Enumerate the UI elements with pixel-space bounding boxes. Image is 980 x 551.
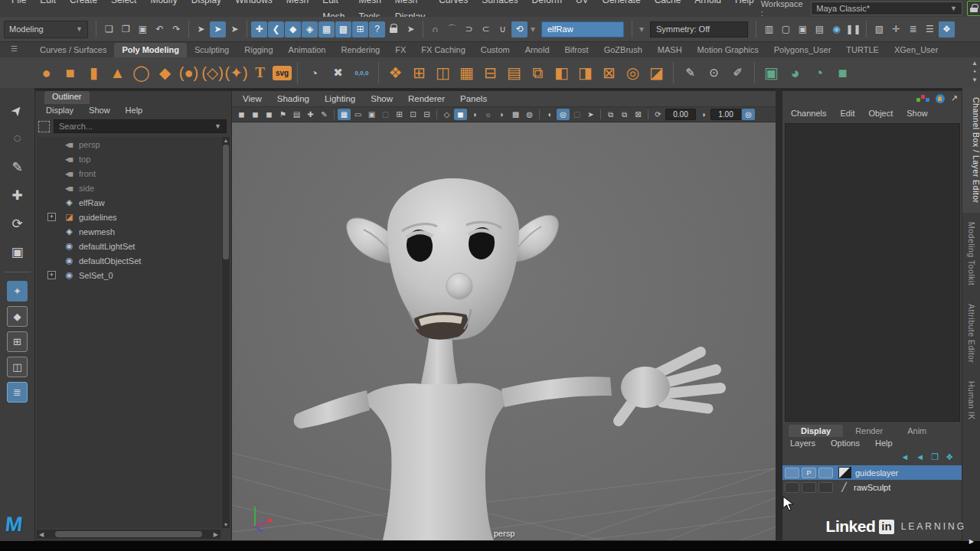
shelf-tab-custom[interactable]: Custom [473, 43, 518, 57]
empty-layer-icon[interactable]: ❒ [931, 452, 939, 462]
outliner-item-selset-0[interactable]: + ◉ SelSet_0 [37, 268, 221, 282]
extrude-icon[interactable]: ▤ [503, 61, 525, 84]
layer-visibility-toggle[interactable] [785, 482, 799, 493]
delete-history-icon[interactable]: ✖ [327, 61, 349, 84]
scrollbar-thumb[interactable] [223, 145, 229, 259]
grease-pencil-icon[interactable]: ✎ [318, 109, 331, 120]
safe-title-icon[interactable]: ⊟ [420, 109, 433, 120]
four-pane-layout-button[interactable]: ⊞ [7, 331, 28, 352]
rotate-tool-icon[interactable]: ⟳ [6, 212, 29, 235]
viewport-menu-shading[interactable]: Shading [270, 94, 317, 103]
gate-mask-icon[interactable]: ▢ [379, 109, 392, 120]
chevron-up-icon[interactable]: ▲ [972, 59, 978, 67]
graph-editor-icon[interactable]: ↗ [951, 93, 958, 103]
move-tool-icon[interactable]: ✚ [6, 184, 29, 207]
layer-menu-help[interactable]: Help [867, 437, 900, 450]
selected-layer-icon[interactable]: ❖ [946, 452, 953, 462]
outliner-item-front[interactable]: + ◂◼ front [37, 166, 221, 181]
snap-together-icon[interactable]: ⊞ [352, 21, 368, 37]
poly-torus-icon[interactable]: ◯ [130, 61, 152, 84]
outliner-item-defaultlightset[interactable]: + ◉ defaultLightSet [37, 239, 221, 253]
viewport-menu-show[interactable]: Show [363, 94, 400, 103]
snapshot-icon[interactable]: ⧉ [604, 109, 617, 120]
shadows-icon[interactable]: ◗ [495, 109, 508, 120]
layer-tab-display[interactable]: Display [789, 425, 843, 437]
xray-icon[interactable]: ◖ [543, 109, 556, 120]
arnold-renderview-icon[interactable]: ◉ [828, 21, 844, 37]
speed-gauge-icon[interactable] [936, 94, 945, 103]
channel-menu-show[interactable]: Show [900, 107, 935, 119]
relax-brush-icon[interactable]: ◕ [784, 61, 806, 84]
layer-row-rawsculpt[interactable]: ╱ rawSculpt [782, 480, 962, 494]
symmetry-select[interactable]: Symmetry: Off [650, 21, 748, 37]
snap-grid-icon[interactable]: ✚ [251, 21, 267, 37]
circularize-icon[interactable]: ◎ [622, 61, 644, 84]
outliner-item-elfraw[interactable]: + ◈ elfRaw [37, 195, 221, 210]
shelf-tab-animation[interactable]: Animation [281, 43, 334, 57]
poly-cone-icon[interactable]: ▲ [106, 61, 129, 84]
open-scene-icon[interactable]: ❐ [118, 21, 134, 37]
camera-attributes-icon[interactable]: ◼ [263, 109, 276, 120]
zero-transforms-icon[interactable]: 0,0,0 [351, 61, 373, 84]
outliner-item-side[interactable]: + ◂◼ side [37, 181, 221, 195]
viewport-menu-view[interactable]: View [235, 94, 270, 103]
shelf-tab-fx-caching[interactable]: FX Caching [413, 43, 472, 57]
layer-row-guideslayer[interactable]: P guideslayer [782, 465, 962, 480]
hypershade-icon[interactable]: ▧ [871, 21, 887, 37]
redo-icon[interactable]: ↷ [168, 21, 185, 37]
undo-icon[interactable]: ↶ [152, 21, 168, 37]
shelf-tab-xgen-user[interactable]: XGen_User [887, 43, 946, 57]
workspace-select[interactable]: Maya Classic* ▼ [811, 2, 962, 15]
poly-sphere-icon[interactable]: ● [35, 61, 57, 84]
ao-icon[interactable]: ▩ [509, 109, 522, 120]
shelf-tab-rendering[interactable]: Rendering [333, 43, 387, 57]
chevron-left-icon[interactable]: ◀ [37, 531, 46, 538]
falloff-volume-icon[interactable]: ⊃ [461, 21, 477, 37]
channel-menu-channels[interactable]: Channels [784, 107, 833, 119]
combine-icon[interactable]: ⊞ [408, 61, 430, 84]
layer-tab-anim[interactable]: Anim [895, 425, 939, 437]
measure-tool-icon[interactable]: ◔ [303, 61, 325, 84]
shelf-tab-fx[interactable]: FX [387, 43, 413, 57]
workspace-lock-icon[interactable] [967, 1, 980, 16]
image-plane-icon[interactable]: ▤ [290, 109, 303, 120]
menu-set-select[interactable]: Modeling ▼ [4, 21, 88, 38]
insert-edge-loop-icon[interactable]: ✐ [727, 61, 749, 84]
channel-menu-edit[interactable]: Edit [833, 107, 861, 119]
multi-pane-icon[interactable]: ⧉ [618, 109, 631, 120]
snap-point-icon[interactable]: ◆ [285, 21, 301, 37]
grid-options-icon[interactable]: ≣ [905, 21, 921, 37]
shelf-tab-turtle[interactable]: TURTLE [838, 43, 887, 57]
tweak-brush-icon[interactable]: ◔ [808, 61, 830, 84]
ipr-render-icon[interactable]: ▣ [795, 21, 811, 37]
symmetry-axis-icon[interactable]: ⟲ [511, 21, 528, 37]
layer-menu-options[interactable]: Options [823, 437, 867, 450]
outliner-menu-display[interactable]: Display [38, 104, 81, 116]
render-sequence-icon[interactable]: ▤ [812, 21, 828, 37]
xray-active-icon[interactable]: ◎ [557, 109, 570, 120]
isolate-select-icon[interactable]: ▢ [570, 109, 583, 120]
shelf-tab-bifrost[interactable]: Bifrost [557, 43, 596, 57]
shelf-tab-polygons-user[interactable]: Polygons_User [766, 43, 839, 57]
outliner-item-top[interactable]: + ◂◼ top [37, 152, 221, 166]
channel-menu-object[interactable]: Object [861, 107, 900, 119]
outliner-item-guidelines[interactable]: + ◪ guidelines [37, 210, 221, 224]
select-hierarchy-icon[interactable]: ➤ [193, 21, 209, 37]
scale-tool-icon[interactable]: ▣ [6, 240, 29, 263]
viewport-menu-panels[interactable]: Panels [452, 94, 495, 103]
outliner-horizontal-scrollbar[interactable]: ◀ ▶ [37, 530, 220, 539]
select-tool-icon[interactable]: ➤ [6, 99, 29, 122]
svg-tool-icon[interactable]: svg [273, 66, 292, 80]
multi-cut-icon[interactable]: ⊠ [598, 61, 620, 84]
target-weld-icon[interactable]: ⊙ [703, 61, 725, 84]
wireframe-icon[interactable]: ◇ [440, 109, 453, 120]
type-tool-icon[interactable]: T [249, 61, 271, 84]
crease-tool-icon[interactable]: ✎ [679, 61, 701, 84]
reflection-icon[interactable]: ⌒ [444, 21, 460, 37]
poly-cube-icon[interactable]: ■ [59, 61, 81, 84]
last-tool-button[interactable]: ✦ [7, 281, 28, 302]
chevron-down-icon[interactable]: ▼ [972, 76, 978, 84]
gamma-icon[interactable]: ◑ [697, 109, 710, 120]
make-live-icon[interactable]: ▩ [335, 21, 351, 37]
lasso-tool-icon[interactable]: ◌ [6, 127, 29, 150]
